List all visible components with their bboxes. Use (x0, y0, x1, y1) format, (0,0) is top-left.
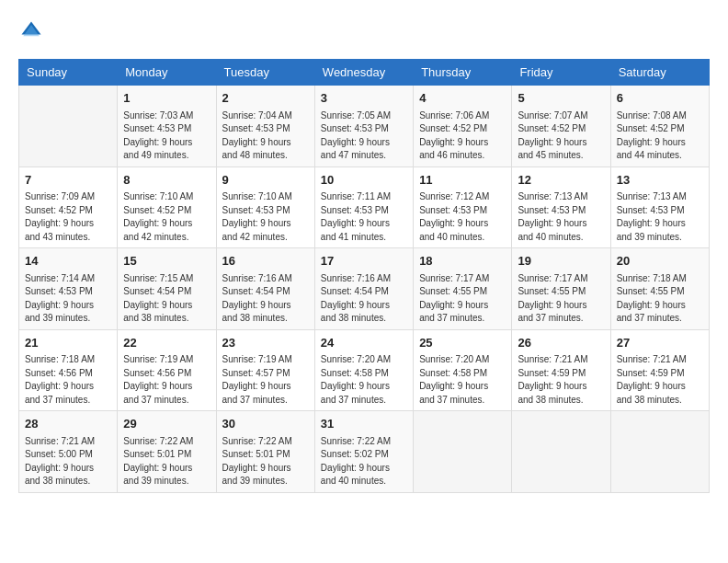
day-number: 17 (321, 252, 407, 270)
day-header-wednesday: Wednesday (314, 60, 413, 86)
day-number: 2 (222, 89, 309, 108)
cell-content: Sunrise: 7:13 AMSunset: 4:53 PMDaylight:… (518, 190, 604, 244)
cell-content: Sunrise: 7:12 AMSunset: 4:53 PMDaylight:… (419, 190, 506, 244)
day-header-sunday: Sunday (19, 60, 118, 86)
cell-content: Sunrise: 7:08 AMSunset: 4:52 PMDaylight:… (617, 109, 703, 163)
cell-content: Sunrise: 7:10 AMSunset: 4:53 PMDaylight:… (222, 190, 309, 244)
day-number: 26 (518, 334, 604, 352)
day-number: 15 (123, 252, 210, 270)
day-number: 12 (518, 171, 604, 190)
day-number: 20 (617, 252, 703, 270)
day-header-friday: Friday (512, 60, 610, 86)
calendar-cell: 1Sunrise: 7:03 AMSunset: 4:53 PMDaylight… (118, 86, 216, 167)
cell-content: Sunrise: 7:05 AMSunset: 4:53 PMDaylight:… (321, 109, 407, 163)
day-number: 27 (617, 334, 703, 352)
day-number: 7 (25, 171, 111, 190)
day-number: 16 (222, 252, 309, 270)
cell-content: Sunrise: 7:22 AMSunset: 5:01 PMDaylight:… (123, 435, 210, 488)
calendar-cell: 3Sunrise: 7:05 AMSunset: 4:53 PMDaylight… (314, 86, 413, 167)
day-number: 24 (321, 334, 407, 352)
calendar-header: SundayMondayTuesdayWednesdayThursdayFrid… (19, 60, 710, 86)
calendar-cell: 19Sunrise: 7:17 AMSunset: 4:55 PMDayligh… (512, 248, 610, 330)
calendar-cell: 2Sunrise: 7:04 AMSunset: 4:53 PMDaylight… (216, 86, 314, 167)
cell-content: Sunrise: 7:03 AMSunset: 4:53 PMDaylight:… (123, 109, 210, 163)
cell-content: Sunrise: 7:21 AMSunset: 4:59 PMDaylight:… (617, 353, 703, 407)
calendar-cell: 20Sunrise: 7:18 AMSunset: 4:55 PMDayligh… (610, 248, 709, 330)
day-number: 9 (222, 171, 309, 190)
day-number: 4 (419, 89, 506, 108)
cell-content: Sunrise: 7:18 AMSunset: 4:55 PMDaylight:… (617, 272, 703, 326)
calendar-cell: 17Sunrise: 7:16 AMSunset: 4:54 PMDayligh… (314, 248, 413, 330)
day-number: 14 (25, 252, 111, 270)
cell-content: Sunrise: 7:19 AMSunset: 4:57 PMDaylight:… (222, 353, 309, 407)
calendar-cell: 22Sunrise: 7:19 AMSunset: 4:56 PMDayligh… (118, 329, 216, 411)
logo (18, 18, 48, 44)
day-header-saturday: Saturday (610, 60, 709, 86)
cell-content: Sunrise: 7:14 AMSunset: 4:53 PMDaylight:… (25, 272, 111, 326)
day-number: 13 (617, 171, 703, 190)
day-number: 18 (419, 252, 506, 270)
day-number: 21 (25, 334, 111, 352)
cell-content: Sunrise: 7:20 AMSunset: 4:58 PMDaylight:… (321, 353, 407, 407)
calendar-cell: 23Sunrise: 7:19 AMSunset: 4:57 PMDayligh… (216, 329, 314, 411)
day-number: 1 (123, 89, 210, 108)
calendar-table: SundayMondayTuesdayWednesdayThursdayFrid… (18, 59, 710, 493)
calendar-cell: 25Sunrise: 7:20 AMSunset: 4:58 PMDayligh… (414, 329, 512, 411)
cell-content: Sunrise: 7:13 AMSunset: 4:53 PMDaylight:… (617, 190, 703, 244)
calendar-cell: 21Sunrise: 7:18 AMSunset: 4:56 PMDayligh… (19, 329, 118, 411)
calendar-cell: 27Sunrise: 7:21 AMSunset: 4:59 PMDayligh… (610, 329, 709, 411)
calendar-cell: 11Sunrise: 7:12 AMSunset: 4:53 PMDayligh… (414, 167, 512, 248)
day-number: 6 (617, 89, 703, 108)
calendar-cell: 24Sunrise: 7:20 AMSunset: 4:58 PMDayligh… (314, 329, 413, 411)
page-header (18, 18, 710, 44)
calendar-cell (610, 411, 709, 493)
day-number: 30 (222, 415, 309, 433)
day-number: 10 (321, 171, 407, 190)
cell-content: Sunrise: 7:21 AMSunset: 5:00 PMDaylight:… (25, 435, 111, 488)
calendar-cell: 30Sunrise: 7:22 AMSunset: 5:01 PMDayligh… (216, 411, 314, 493)
cell-content: Sunrise: 7:06 AMSunset: 4:52 PMDaylight:… (419, 109, 506, 163)
cell-content: Sunrise: 7:11 AMSunset: 4:53 PMDaylight:… (321, 190, 407, 244)
cell-content: Sunrise: 7:18 AMSunset: 4:56 PMDaylight:… (25, 353, 111, 407)
calendar-cell: 29Sunrise: 7:22 AMSunset: 5:01 PMDayligh… (118, 411, 216, 493)
day-number: 23 (222, 334, 309, 352)
day-number: 25 (419, 334, 506, 352)
day-number: 3 (321, 89, 407, 108)
calendar-cell: 4Sunrise: 7:06 AMSunset: 4:52 PMDaylight… (414, 86, 512, 167)
calendar-cell: 10Sunrise: 7:11 AMSunset: 4:53 PMDayligh… (314, 167, 413, 248)
calendar-cell: 12Sunrise: 7:13 AMSunset: 4:53 PMDayligh… (512, 167, 610, 248)
day-number: 11 (419, 171, 506, 190)
calendar-cell (19, 86, 118, 167)
calendar-cell: 9Sunrise: 7:10 AMSunset: 4:53 PMDaylight… (216, 167, 314, 248)
cell-content: Sunrise: 7:19 AMSunset: 4:56 PMDaylight:… (123, 353, 210, 407)
cell-content: Sunrise: 7:10 AMSunset: 4:52 PMDaylight:… (123, 190, 210, 244)
calendar-cell: 31Sunrise: 7:22 AMSunset: 5:02 PMDayligh… (314, 411, 413, 493)
day-header-monday: Monday (118, 60, 216, 86)
cell-content: Sunrise: 7:07 AMSunset: 4:52 PMDaylight:… (518, 109, 604, 163)
day-number: 22 (123, 334, 210, 352)
calendar-cell: 14Sunrise: 7:14 AMSunset: 4:53 PMDayligh… (19, 248, 118, 330)
day-header-tuesday: Tuesday (216, 60, 314, 86)
cell-content: Sunrise: 7:21 AMSunset: 4:59 PMDaylight:… (518, 353, 604, 407)
day-number: 28 (25, 415, 111, 433)
cell-content: Sunrise: 7:09 AMSunset: 4:52 PMDaylight:… (25, 190, 111, 244)
cell-content: Sunrise: 7:17 AMSunset: 4:55 PMDaylight:… (518, 272, 604, 326)
calendar-cell: 6Sunrise: 7:08 AMSunset: 4:52 PMDaylight… (610, 86, 709, 167)
cell-content: Sunrise: 7:15 AMSunset: 4:54 PMDaylight:… (123, 272, 210, 326)
day-number: 31 (321, 415, 407, 433)
day-number: 19 (518, 252, 604, 270)
cell-content: Sunrise: 7:22 AMSunset: 5:02 PMDaylight:… (321, 435, 407, 488)
calendar-cell: 13Sunrise: 7:13 AMSunset: 4:53 PMDayligh… (610, 167, 709, 248)
calendar-cell: 18Sunrise: 7:17 AMSunset: 4:55 PMDayligh… (414, 248, 512, 330)
calendar-cell: 5Sunrise: 7:07 AMSunset: 4:52 PMDaylight… (512, 86, 610, 167)
cell-content: Sunrise: 7:22 AMSunset: 5:01 PMDaylight:… (222, 435, 309, 488)
calendar-cell: 26Sunrise: 7:21 AMSunset: 4:59 PMDayligh… (512, 329, 610, 411)
calendar-cell: 15Sunrise: 7:15 AMSunset: 4:54 PMDayligh… (118, 248, 216, 330)
day-number: 29 (123, 415, 210, 433)
cell-content: Sunrise: 7:17 AMSunset: 4:55 PMDaylight:… (419, 272, 506, 326)
logo-icon (18, 18, 44, 44)
day-header-thursday: Thursday (414, 60, 512, 86)
day-number: 8 (123, 171, 210, 190)
calendar-cell: 28Sunrise: 7:21 AMSunset: 5:00 PMDayligh… (19, 411, 118, 493)
calendar-cell (414, 411, 512, 493)
